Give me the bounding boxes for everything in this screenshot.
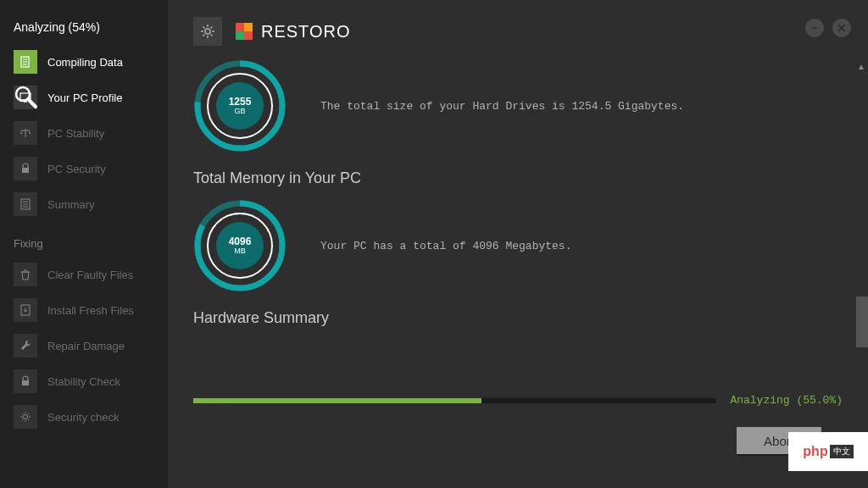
- sidebar-item-summary[interactable]: Summary: [0, 186, 168, 222]
- sidebar-item-label: Security check: [47, 411, 120, 424]
- sidebar-item-profile[interactable]: Your PC Profile: [0, 80, 168, 115]
- logo-text: RESTORO: [261, 22, 351, 42]
- disk-gauge: 1255 GB: [193, 59, 287, 152]
- sidebar-item-label: Summary: [47, 198, 95, 211]
- lock-icon: [14, 369, 37, 393]
- sidebar-item-label: Your PC Profile: [47, 92, 122, 104]
- sidebar-item-install[interactable]: Install Fresh Files: [0, 292, 168, 328]
- settings-button[interactable]: [193, 17, 222, 46]
- hardware-title: Hardware Summary: [193, 309, 827, 327]
- memory-description: Your PC has a total of 4096 Megabytes.: [320, 240, 571, 252]
- memory-gauge: 4096 MB: [193, 199, 287, 292]
- sidebar-item-security[interactable]: PC Security: [0, 151, 168, 186]
- progress-label: Analyzing (55.0%): [730, 394, 843, 407]
- sidebar-item-label: Install Fresh Files: [47, 304, 134, 317]
- wrench-icon: [14, 334, 37, 358]
- sidebar-item-stability[interactable]: PC Stability: [0, 115, 168, 151]
- trash-icon: [14, 263, 37, 286]
- sidebar-item-repair[interactable]: Repair Damage: [0, 328, 168, 363]
- disk-value: 1255: [229, 97, 252, 107]
- svg-point-17: [24, 415, 28, 419]
- memory-unit: MB: [229, 247, 252, 256]
- sidebar-item-label: Clear Faulty Files: [47, 269, 133, 281]
- php-text: php: [803, 444, 827, 459]
- svg-rect-4: [20, 93, 31, 100]
- document-icon: [14, 50, 37, 74]
- progress-bar: [193, 398, 716, 403]
- analyzing-header: Analyzing (54%): [0, 15, 168, 44]
- progress-fill: [193, 398, 481, 403]
- logo: RESTORO: [236, 22, 351, 42]
- content-area: 1255 GB The total size of your Hard Driv…: [168, 59, 853, 488]
- sidebar-item-security-check[interactable]: Security check: [0, 399, 168, 435]
- download-icon: [14, 298, 37, 322]
- fixing-label: Fixing: [0, 222, 168, 257]
- gear-icon: [14, 405, 37, 429]
- sidebar-item-label: Compiling Data: [47, 56, 123, 69]
- php-cn-badge: 中文: [830, 445, 854, 458]
- memory-row: 4096 MB Your PC has a total of 4096 Mega…: [193, 199, 827, 292]
- main-panel: RESTORO − ✕ 1255 GB The total size of yo…: [168, 0, 868, 488]
- list-icon: [14, 192, 37, 216]
- scroll-thumb[interactable]: [856, 297, 868, 347]
- topbar: RESTORO: [168, 0, 868, 54]
- sidebar-item-label: Stability Check: [47, 375, 120, 388]
- scale-icon: [14, 121, 37, 145]
- sidebar-item-label: Repair Damage: [47, 340, 125, 352]
- memory-title: Total Memory in Your PC: [193, 169, 827, 187]
- progress-row: Analyzing (55.0%): [193, 394, 843, 407]
- svg-rect-16: [22, 380, 29, 385]
- scrollbar[interactable]: ▲ ▼: [854, 59, 868, 461]
- svg-point-20: [205, 29, 210, 34]
- close-button[interactable]: ✕: [832, 19, 851, 37]
- lock-icon: [14, 157, 37, 180]
- gear-icon: [199, 23, 216, 40]
- window-controls: − ✕: [805, 19, 851, 37]
- memory-value: 4096: [229, 236, 252, 247]
- scroll-up-icon[interactable]: ▲: [854, 59, 868, 73]
- monitor-icon: [14, 86, 37, 109]
- disk-description: The total size of your Hard Drives is 12…: [320, 100, 684, 113]
- svg-rect-8: [22, 168, 29, 173]
- sidebar-item-label: PC Security: [47, 163, 106, 175]
- sidebar-item-stability-check[interactable]: Stability Check: [0, 363, 168, 399]
- disk-row: 1255 GB The total size of your Hard Driv…: [193, 59, 827, 152]
- php-watermark: php 中文: [788, 432, 868, 471]
- sidebar-item-compiling[interactable]: Compiling Data: [0, 44, 168, 80]
- logo-icon: [236, 23, 253, 40]
- sidebar-item-clear[interactable]: Clear Faulty Files: [0, 257, 168, 292]
- sidebar: Analyzing (54%) Compiling Data Your PC P…: [0, 0, 168, 488]
- sidebar-item-label: PC Stability: [47, 127, 104, 140]
- minimize-button[interactable]: −: [805, 19, 824, 37]
- disk-unit: GB: [229, 107, 252, 116]
